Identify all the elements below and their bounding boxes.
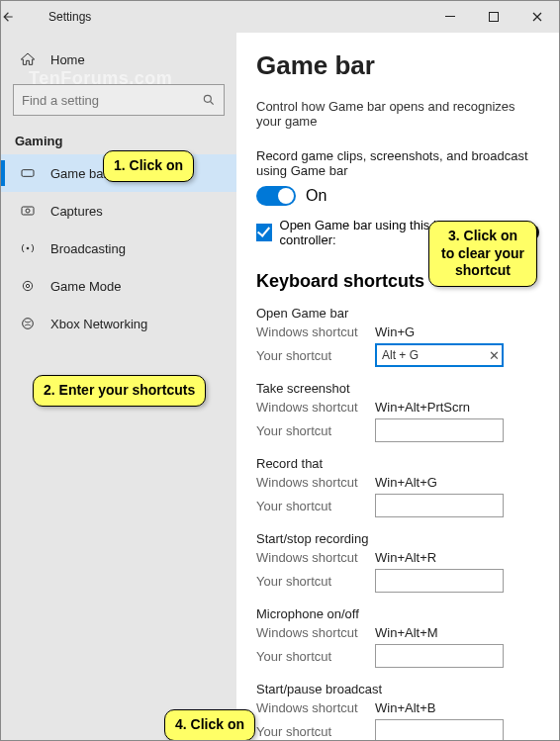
shortcut-group-start-pause-broadcast: Start/pause broadcast Windows shortcutWi… xyxy=(256,682,539,740)
clear-shortcut-button[interactable]: ✕ xyxy=(489,348,500,363)
your-shortcut-input[interactable] xyxy=(375,719,504,740)
your-shortcut-label: Your shortcut xyxy=(256,499,375,513)
annotation-callout-3: 3. Click on to clear your shortcut xyxy=(428,221,537,287)
shortcut-group-open-game-bar: Open Game bar Windows shortcutWin+G Your… xyxy=(256,306,539,367)
your-shortcut-input[interactable] xyxy=(375,343,504,367)
back-button[interactable] xyxy=(1,10,45,24)
windows-shortcut-label: Windows shortcut xyxy=(256,324,375,339)
toggle-state-label: On xyxy=(306,187,327,205)
sidebar-item-label: Game Mode xyxy=(50,279,122,294)
sidebar-item-xbox-networking[interactable]: Xbox Networking xyxy=(1,305,236,342)
titlebar: Settings xyxy=(1,1,559,33)
maximize-button[interactable] xyxy=(472,1,515,33)
close-button[interactable] xyxy=(515,1,559,33)
your-shortcut-input[interactable] xyxy=(375,418,504,442)
your-shortcut-input[interactable] xyxy=(375,569,504,593)
sidebar-item-home[interactable]: Home xyxy=(1,41,236,78)
shortcut-group-start-stop-recording: Start/stop recording Windows shortcutWin… xyxy=(256,531,539,593)
shortcut-title: Take screenshot xyxy=(256,381,539,396)
page-title: Game bar xyxy=(256,50,539,81)
svg-rect-3 xyxy=(22,170,34,177)
game-bar-icon xyxy=(19,164,37,182)
search-box[interactable] xyxy=(13,84,225,116)
arrow-left-icon xyxy=(1,10,15,24)
svg-point-9 xyxy=(23,319,34,329)
windows-shortcut-label: Windows shortcut xyxy=(256,625,375,640)
shortcut-title: Open Game bar xyxy=(256,306,539,321)
your-shortcut-label: Your shortcut xyxy=(256,348,375,363)
minimize-button[interactable] xyxy=(428,1,472,33)
sidebar-item-label: Xbox Networking xyxy=(50,317,147,331)
shortcut-title: Microphone on/off xyxy=(256,606,539,621)
sidebar-item-captures[interactable]: Captures xyxy=(1,192,236,230)
svg-point-5 xyxy=(26,209,30,213)
windows-shortcut-label: Windows shortcut xyxy=(256,475,375,490)
windows-shortcut-value: Win+Alt+B xyxy=(375,700,435,715)
windows-shortcut-value: Win+Alt+G xyxy=(375,475,437,490)
shortcut-title: Start/stop recording xyxy=(256,531,539,546)
sidebar-item-broadcasting[interactable]: Broadcasting xyxy=(1,230,236,267)
window-controls xyxy=(428,1,559,33)
svg-rect-1 xyxy=(490,13,499,22)
window-title: Settings xyxy=(45,10,428,24)
svg-rect-0 xyxy=(445,16,455,17)
your-shortcut-label: Your shortcut xyxy=(256,423,375,438)
svg-point-6 xyxy=(27,247,30,250)
record-description: Record game clips, screenshots, and broa… xyxy=(256,148,539,178)
windows-shortcut-label: Windows shortcut xyxy=(256,400,375,415)
sidebar-item-label: Broadcasting xyxy=(50,241,126,256)
your-shortcut-input[interactable] xyxy=(375,494,504,517)
content-pane: Game bar Control how Game bar opens and … xyxy=(236,33,559,740)
sidebar-item-label: Game bar xyxy=(50,166,108,181)
controller-checkbox[interactable] xyxy=(256,224,272,241)
search-input[interactable] xyxy=(22,93,202,108)
windows-shortcut-value: Win+Alt+M xyxy=(375,625,438,640)
windows-shortcut-value: Win+Alt+PrtScrn xyxy=(375,400,470,415)
sidebar-item-label: Home xyxy=(50,52,85,67)
sidebar-item-game-mode[interactable]: Game Mode xyxy=(1,267,236,305)
game-mode-icon xyxy=(19,277,37,295)
sidebar-item-label: Captures xyxy=(50,204,103,219)
your-shortcut-input[interactable] xyxy=(375,644,504,668)
annotation-callout-4: 4. Click on xyxy=(164,709,255,741)
search-icon xyxy=(202,93,216,107)
xbox-icon xyxy=(19,315,37,332)
shortcut-title: Record that xyxy=(256,456,539,471)
svg-point-7 xyxy=(23,281,32,290)
shortcut-title: Start/pause broadcast xyxy=(256,682,539,696)
your-shortcut-label: Your shortcut xyxy=(256,724,375,739)
your-shortcut-label: Your shortcut xyxy=(256,649,375,664)
svg-rect-4 xyxy=(22,207,34,215)
annotation-callout-1: 1. Click on xyxy=(103,150,194,182)
svg-point-8 xyxy=(26,284,29,287)
your-shortcut-label: Your shortcut xyxy=(256,574,375,589)
windows-shortcut-label: Windows shortcut xyxy=(256,550,375,565)
svg-point-2 xyxy=(204,95,211,102)
page-description: Control how Game bar opens and recognize… xyxy=(256,99,539,129)
captures-icon xyxy=(19,202,37,220)
windows-shortcut-value: Win+G xyxy=(375,324,415,339)
annotation-callout-2: 2. Enter your shortcuts xyxy=(33,375,206,407)
shortcut-group-microphone: Microphone on/off Windows shortcutWin+Al… xyxy=(256,606,539,668)
windows-shortcut-value: Win+Alt+R xyxy=(375,550,436,565)
broadcasting-icon xyxy=(19,239,37,257)
game-bar-toggle[interactable] xyxy=(256,186,296,206)
home-icon xyxy=(19,50,37,68)
shortcut-group-record-that: Record that Windows shortcutWin+Alt+G Yo… xyxy=(256,456,539,517)
shortcut-group-take-screenshot: Take screenshot Windows shortcutWin+Alt+… xyxy=(256,381,539,442)
windows-shortcut-label: Windows shortcut xyxy=(256,700,375,715)
